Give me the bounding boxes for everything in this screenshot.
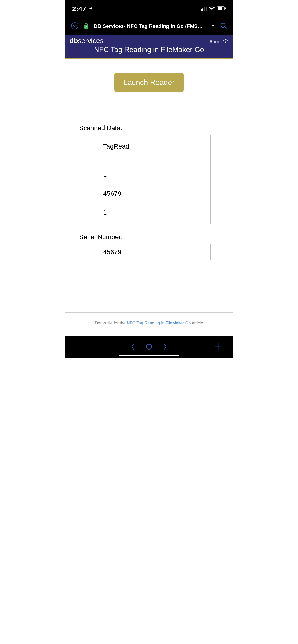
app-header: dbservices NFC Tag Reading in FileMaker …	[65, 35, 233, 59]
about-label: About	[210, 39, 222, 44]
phone-screen: 2:47 DB Services-	[65, 0, 233, 644]
window-title[interactable]: DB Services- NFC Tag Reading in Go (FMSE…	[94, 23, 206, 29]
wifi-icon	[209, 6, 215, 12]
footer-suffix: article	[191, 321, 203, 325]
status-icons	[201, 6, 226, 12]
serial-number-field[interactable]: 45679	[98, 244, 211, 260]
brand-light: services	[78, 37, 104, 44]
clock-label: 2:47	[72, 5, 86, 13]
brand-logo: dbservices	[69, 37, 229, 44]
footer-prefix: Demo file for the	[95, 321, 127, 325]
svg-rect-4	[84, 25, 88, 28]
status-time: 2:47	[72, 5, 93, 13]
filemaker-toolbar: DB Services- NFC Tag Reading in Go (FMSE…	[65, 18, 233, 35]
battery-icon	[217, 6, 226, 12]
add-record-button[interactable]	[214, 342, 222, 352]
next-record-button[interactable]	[163, 343, 168, 352]
ios-status-bar: 2:47	[65, 0, 233, 18]
lock-secure-icon	[84, 23, 89, 30]
svg-line-6	[225, 27, 226, 28]
about-button[interactable]: About i	[210, 39, 228, 44]
toolbar-close-dropdown[interactable]	[71, 22, 78, 30]
serial-number-label: Serial Number:	[79, 233, 221, 241]
main-content: Launch Reader Scanned Data: TagRead 1 45…	[65, 59, 233, 312]
svg-point-5	[221, 23, 225, 28]
brand-bold: db	[69, 37, 78, 44]
svg-point-3	[71, 22, 78, 29]
prev-record-button[interactable]	[130, 343, 135, 352]
signal-icon	[201, 6, 207, 11]
location-icon	[88, 5, 93, 13]
svg-rect-1	[225, 8, 226, 9]
svg-rect-2	[218, 7, 222, 10]
bottom-nav	[65, 336, 233, 358]
page-title: NFC Tag Reading in FileMaker Go	[69, 46, 229, 54]
svg-point-7	[146, 344, 152, 349]
home-indicator[interactable]	[119, 355, 179, 356]
dropdown-arrow-icon[interactable]: ▼	[211, 24, 215, 28]
info-icon: i	[223, 39, 228, 44]
launch-reader-button[interactable]: Launch Reader	[114, 73, 184, 92]
footer: Demo file for the NFC Tag Reading in Fil…	[65, 312, 233, 336]
record-indicator-button[interactable]	[145, 342, 153, 352]
search-icon[interactable]	[220, 22, 227, 30]
scanned-data-field[interactable]: TagRead 1 45679 T 1	[98, 135, 211, 224]
footer-article-link[interactable]: NFC Tag Reading in FileMaker Go	[127, 321, 191, 325]
scanned-data-label: Scanned Data:	[79, 124, 221, 132]
